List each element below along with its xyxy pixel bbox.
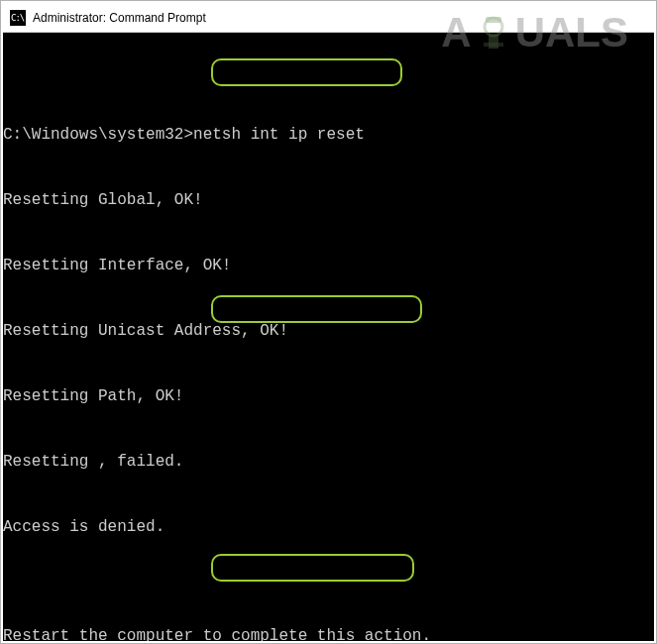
- terminal-line: Access is denied.: [3, 516, 654, 538]
- terminal-line: Resetting Unicast Address, OK!: [3, 320, 654, 342]
- cmd-icon: C:\.: [10, 10, 26, 26]
- titlebar[interactable]: C:\. Administrator: Command Prompt: [3, 3, 654, 33]
- terminal-output[interactable]: C:\Windows\system32>netsh int ip reset R…: [3, 33, 654, 641]
- window-title: Administrator: Command Prompt: [33, 11, 206, 25]
- terminal-line: Restart the computer to complete this ac…: [3, 625, 654, 641]
- command-prompt-window: C:\. Administrator: Command Prompt C:\Wi…: [3, 3, 654, 641]
- terminal-line: Resetting Global, OK!: [3, 189, 654, 211]
- terminal-line: Resetting , failed.: [3, 451, 654, 473]
- image-border: C:\. Administrator: Command Prompt C:\Wi…: [0, 0, 657, 644]
- terminal-line: Resetting Path, OK!: [3, 385, 654, 407]
- terminal-line: C:\Windows\system32>netsh int ip reset: [3, 124, 654, 146]
- terminal-line: Resetting Interface, OK!: [3, 255, 654, 276]
